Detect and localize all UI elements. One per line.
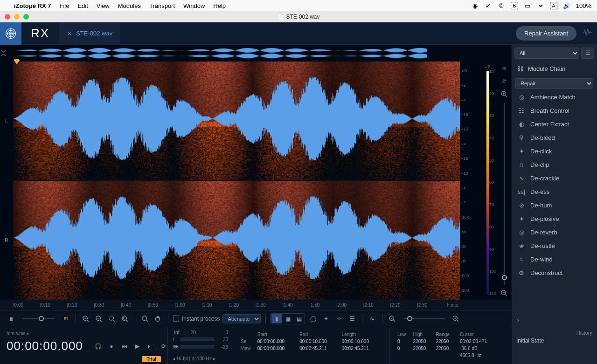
menu-file[interactable]: File <box>59 2 69 9</box>
svg-point-23 <box>142 316 146 320</box>
doc-icon: 📄 <box>277 14 284 20</box>
svg-line-24 <box>146 320 148 322</box>
history-title: History <box>516 330 592 336</box>
module-deconstruct[interactable]: ⚙Deconstruct <box>512 266 597 280</box>
wave-tool-icon[interactable]: ≋ <box>500 63 509 73</box>
curve-tool-icon[interactable]: ∿ <box>367 314 377 324</box>
zoom-out-y-icon[interactable] <box>500 288 509 298</box>
zoom-tool-icon[interactable] <box>140 314 150 324</box>
battery-icon[interactable]: ▭ <box>524 2 531 9</box>
spectro-view-icon[interactable]: ≋ <box>61 314 71 324</box>
hand-tool-icon[interactable] <box>153 314 163 324</box>
module-list: ◎Ambience Match☷Breath Control◐Center Ex… <box>512 90 597 313</box>
module-de-crackle[interactable]: ∿De-crackle <box>512 172 597 185</box>
process-mode-select[interactable]: Attenuate <box>222 314 261 323</box>
module-de-hum[interactable]: ⊘De-hum <box>512 199 597 212</box>
module-category-select[interactable]: Repair <box>515 78 593 89</box>
module-de-rustle[interactable]: ❀De-rustle <box>512 239 597 253</box>
menu-modules[interactable]: Modules <box>118 2 141 9</box>
hzoom-slider[interactable] <box>403 318 445 319</box>
module-de-click[interactable]: ✦De-click <box>512 144 597 158</box>
file-tab[interactable]: ✕ STE-002.wav <box>59 22 120 45</box>
module-de-ess[interactable]: ss|De-ess <box>512 185 597 199</box>
repair-assistant-button[interactable]: Repair Assistant <box>516 26 576 41</box>
record-status-icon[interactable]: ◉ <box>472 2 479 9</box>
meter-r <box>180 345 214 349</box>
menu-view[interactable]: View <box>97 2 110 9</box>
headphone-icon[interactable]: 🎧 <box>94 342 103 350</box>
menu-window[interactable]: Window <box>183 2 205 9</box>
wand-auto-icon[interactable]: ✧ <box>334 314 344 324</box>
record-button[interactable]: ● <box>107 342 116 350</box>
waveform-view-icon[interactable]: ⫼ <box>7 314 17 324</box>
current-time: 00:00:00.000 <box>7 339 83 353</box>
module-de-clip[interactable]: ⎍De-clip <box>512 158 597 172</box>
module-de-plosive[interactable]: ✶De-plosive <box>512 212 597 226</box>
skip-back-button[interactable]: ⏮ <box>120 342 129 350</box>
app-name[interactable]: iZotope RX 7 <box>14 2 51 9</box>
menu-transport[interactable]: Transport <box>149 2 175 9</box>
volume-icon[interactable]: 🔊 <box>563 2 570 9</box>
zoom-in-y-icon[interactable] <box>500 89 509 99</box>
instant-process-checkbox[interactable] <box>173 316 179 322</box>
overview-waveform[interactable] <box>13 46 427 60</box>
sel-freq-icon[interactable]: ▤ <box>294 314 304 323</box>
time-unit-label: h:m:s <box>444 300 511 310</box>
time-ruler[interactable]: |0:00|0:10|0:20|0:30|0:40|0:50|1:00|1:10… <box>0 300 511 310</box>
zoom-reset-icon[interactable] <box>120 314 130 324</box>
selection-info: StartEndLength Sel00:00:00.00000:00:10.0… <box>233 327 390 364</box>
wand-tool-icon[interactable]: ✦ <box>321 314 331 324</box>
trial-badge: Trial <box>142 356 161 362</box>
input-a-icon[interactable]: A <box>550 2 557 9</box>
close-window[interactable] <box>5 14 10 20</box>
svg-line-17 <box>100 320 102 322</box>
sidebar-expand-icon[interactable]: › <box>512 313 597 327</box>
module-center-extract[interactable]: ◐Center Extract <box>512 117 597 131</box>
menu-help[interactable]: Help <box>213 2 226 9</box>
wifi-icon[interactable] <box>537 2 544 9</box>
zoom-sel-icon[interactable] <box>107 314 117 324</box>
freq-db-scale: ·dB·-2·-4·-10·-15·-∞·-15·-10 ·-4·-2·10k·… <box>460 62 479 300</box>
module-ambience-match[interactable]: ◎Ambience Match <box>512 90 597 104</box>
sel-timefreq-icon[interactable]: ▦ <box>283 314 293 323</box>
overview-strip[interactable] <box>0 45 511 62</box>
svg-point-19 <box>109 316 113 320</box>
spectro-area[interactable]: L R ·dB·-2·-4·-10·-15·-∞·-15·-10 ·-4·-2·… <box>0 62 511 300</box>
playhead-marker[interactable] <box>14 59 20 66</box>
amplitude-tool-icon[interactable]: ⫻ <box>500 76 509 86</box>
brush-tool-icon[interactable]: ☰ <box>347 314 357 324</box>
box-b-icon[interactable]: B <box>511 2 518 9</box>
sel-time-icon[interactable]: ▮ <box>271 314 282 323</box>
zoom-out-icon[interactable] <box>94 314 104 324</box>
module-filter-select[interactable]: All <box>514 48 579 59</box>
zoom-to-icon[interactable] <box>451 314 461 324</box>
svg-line-10 <box>505 294 507 296</box>
check-icon[interactable]: ✔︎ <box>485 2 492 9</box>
balance-slider[interactable] <box>22 318 55 319</box>
close-tab-icon[interactable]: ✕ <box>67 30 72 37</box>
module-de-reverb[interactable]: ◎De-reverb <box>512 226 597 239</box>
module-list-toggle[interactable]: ☰ <box>581 48 594 59</box>
lasso-tool-icon[interactable]: ◯ <box>308 314 318 324</box>
module-breath-control[interactable]: ☷Breath Control <box>512 104 597 117</box>
minimize-window[interactable] <box>14 14 20 20</box>
zoom-in-icon[interactable] <box>81 314 91 324</box>
vertical-zoom-slider[interactable] <box>504 103 505 285</box>
maximize-window[interactable] <box>23 14 29 20</box>
cc-icon[interactable]: © <box>498 2 505 9</box>
time-unit-toggle[interactable]: h:m:s.ms ▾ <box>7 331 29 336</box>
rx-label: RX <box>21 26 59 41</box>
module-de-bleed[interactable]: ⚲De-bleed <box>512 131 597 144</box>
menu-edit[interactable]: Edit <box>77 2 88 9</box>
play-sel-button[interactable]: ⏵⁞ <box>146 342 155 350</box>
waveform-icon[interactable] <box>582 27 593 40</box>
sidebar: All ☰ ⛓ Module Chain Repair ◎Ambience Ma… <box>511 45 597 364</box>
zoom-fit-icon[interactable] <box>387 314 397 324</box>
module-de-wind[interactable]: ≈De-wind <box>512 253 597 266</box>
channel-left-label: L <box>0 62 13 181</box>
collapse-overview-icon[interactable] <box>0 49 13 57</box>
module-chain-button[interactable]: ⛓ Module Chain <box>512 62 597 76</box>
loop-button[interactable]: ⟳ <box>160 342 168 350</box>
history-state[interactable]: Initial State <box>516 337 592 344</box>
play-button[interactable]: ▶ <box>133 342 142 350</box>
